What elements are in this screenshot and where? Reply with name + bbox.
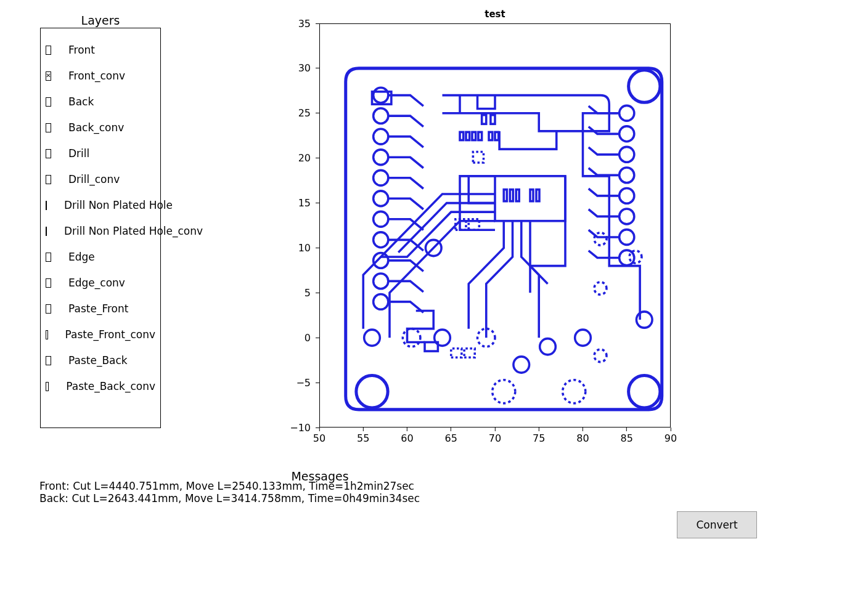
layer-checkbox[interactable]: [46, 382, 49, 391]
layer-label: Paste_Back_conv: [66, 380, 155, 392]
svg-point-56: [563, 380, 586, 403]
svg-point-17: [620, 168, 634, 183]
svg-point-42: [364, 330, 380, 346]
layer-label: Paste_Back: [68, 354, 128, 367]
layer-checkbox[interactable]: [46, 356, 51, 365]
y-tick: 30: [285, 62, 319, 75]
message-line: Front: Cut L=4440.751mm, Move L=2540.133…: [39, 480, 420, 493]
messages-body: Front: Cut L=4440.751mm, Move L=2540.133…: [39, 480, 420, 505]
svg-point-48: [636, 312, 652, 328]
svg-point-43: [435, 330, 451, 346]
layer-checkbox[interactable]: [46, 278, 51, 288]
layer-checkbox[interactable]: [46, 253, 51, 262]
layer-row-edge-conv[interactable]: Edge_conv: [46, 277, 155, 289]
svg-rect-34: [451, 349, 462, 358]
svg-point-51: [594, 233, 607, 245]
layer-checkbox[interactable]: [46, 227, 47, 236]
layer-label: Drill: [68, 147, 89, 160]
svg-point-4: [374, 108, 388, 124]
y-tick: 35: [285, 17, 319, 30]
layer-label: Paste_Front: [68, 302, 128, 315]
svg-point-9: [374, 211, 388, 227]
svg-point-21: [620, 250, 634, 265]
layer-checkbox[interactable]: [46, 201, 47, 210]
x-tick: 65: [445, 428, 457, 444]
svg-point-12: [374, 274, 388, 289]
svg-point-16: [620, 147, 634, 162]
layer-row-paste-back-conv[interactable]: Paste_Back_conv: [46, 380, 155, 392]
svg-point-2: [629, 70, 660, 102]
layer-checkbox[interactable]: [46, 175, 51, 184]
layer-checkbox[interactable]: [46, 71, 51, 81]
y-tick: −5: [285, 376, 319, 389]
svg-point-49: [403, 329, 420, 347]
x-tick: 75: [533, 428, 545, 444]
x-tick: 55: [357, 428, 369, 444]
layer-label: Edge: [68, 251, 95, 263]
layer-checkbox[interactable]: [46, 46, 51, 55]
svg-rect-41: [536, 190, 539, 201]
layer-label: Drill Non Plated Hole_conv: [64, 225, 203, 237]
svg-rect-26: [466, 132, 470, 140]
layer-row-drill-non-plated-hole[interactable]: Drill Non Plated Hole: [46, 199, 155, 211]
layer-checkbox[interactable]: [46, 123, 51, 132]
layer-row-paste-front-conv[interactable]: Paste_Front_conv: [46, 328, 155, 341]
svg-point-6: [374, 150, 388, 165]
svg-rect-35: [464, 349, 475, 358]
svg-point-18: [620, 188, 634, 204]
y-tick: 10: [285, 241, 319, 254]
svg-rect-31: [473, 152, 483, 162]
layer-row-back-conv[interactable]: Back_conv: [46, 121, 155, 134]
svg-point-7: [374, 170, 388, 185]
svg-point-3: [374, 87, 388, 103]
x-tick: 80: [576, 428, 589, 444]
layer-row-paste-front[interactable]: Paste_Front: [46, 302, 155, 315]
x-tick: 90: [665, 428, 677, 444]
layer-row-paste-back[interactable]: Paste_Back: [46, 354, 155, 367]
layer-row-edge[interactable]: Edge: [46, 251, 155, 263]
svg-rect-29: [489, 132, 493, 140]
layer-checkbox[interactable]: [46, 330, 48, 339]
convert-button[interactable]: Convert: [677, 511, 757, 538]
svg-point-0: [356, 375, 388, 407]
layer-label: Front_conv: [68, 70, 125, 82]
svg-point-19: [620, 209, 634, 224]
layer-checkbox[interactable]: [46, 149, 51, 158]
svg-point-10: [374, 232, 388, 248]
svg-rect-23: [482, 115, 486, 124]
layers-panel: FrontFront_convBackBack_convDrillDrill_c…: [40, 28, 161, 428]
svg-point-54: [594, 349, 607, 362]
svg-point-8: [374, 191, 388, 206]
layer-checkbox[interactable]: [46, 97, 51, 107]
svg-rect-27: [472, 132, 476, 140]
layer-row-front-conv[interactable]: Front_conv: [46, 70, 155, 82]
svg-point-52: [594, 282, 607, 294]
y-tick: 15: [285, 197, 319, 209]
svg-point-5: [374, 129, 388, 144]
svg-point-46: [513, 357, 530, 373]
svg-point-13: [374, 294, 388, 310]
layer-label: Back: [68, 95, 94, 108]
svg-rect-39: [516, 190, 519, 201]
svg-point-1: [629, 375, 660, 407]
message-line: Back: Cut L=2643.441mm, Move L=3414.758m…: [39, 493, 420, 505]
svg-rect-28: [478, 132, 482, 140]
y-tick: 25: [285, 107, 319, 120]
svg-rect-25: [460, 132, 464, 140]
x-axis: 505560657075808590: [319, 428, 671, 446]
x-tick: 60: [401, 428, 413, 444]
svg-rect-24: [491, 115, 495, 124]
pcb-layout-svg: [319, 23, 671, 428]
layer-row-back[interactable]: Back: [46, 95, 155, 108]
layer-checkbox[interactable]: [46, 304, 51, 314]
y-tick: 0: [285, 331, 319, 344]
layer-row-drill-non-plated-hole-conv[interactable]: Drill Non Plated Hole_conv: [46, 225, 155, 237]
layer-label: Drill Non Plated Hole: [64, 199, 173, 211]
layer-row-drill[interactable]: Drill: [46, 147, 155, 160]
layer-row-drill-conv[interactable]: Drill_conv: [46, 173, 155, 185]
svg-point-15: [620, 126, 634, 142]
svg-point-11: [374, 253, 388, 268]
y-tick: 5: [285, 286, 319, 299]
x-tick: 70: [489, 428, 501, 444]
layer-row-front[interactable]: Front: [46, 44, 155, 56]
